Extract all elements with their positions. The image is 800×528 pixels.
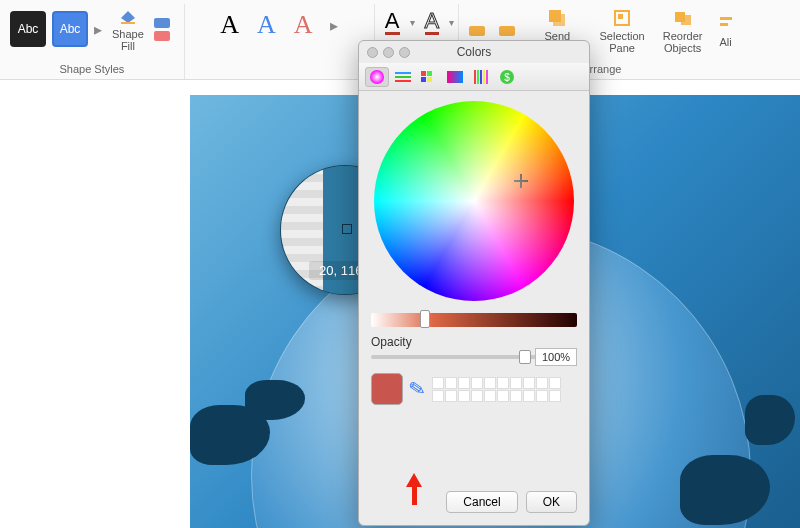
svg-rect-14 — [427, 71, 432, 76]
svg-rect-8 — [720, 23, 728, 26]
svg-rect-10 — [395, 72, 411, 74]
brightness-slider[interactable] — [371, 313, 577, 327]
chevron-down-icon[interactable]: ▾ — [449, 17, 454, 28]
group-wordart: A A A ▸ — [185, 4, 375, 79]
svg-rect-19 — [477, 70, 479, 84]
svg-rect-12 — [395, 80, 411, 82]
svg-rect-20 — [480, 70, 482, 84]
wordart-style-1[interactable]: A — [220, 10, 239, 40]
dialog-title: Colors — [359, 45, 589, 59]
tab-color-wheel[interactable] — [365, 67, 389, 87]
shape-style-swatch-1[interactable]: Abc — [10, 11, 46, 47]
shape-fill-label: Shape Fill — [112, 28, 144, 52]
svg-rect-17 — [447, 71, 463, 83]
svg-rect-7 — [720, 17, 732, 20]
tab-pencils[interactable] — [469, 67, 493, 87]
reorder-objects-button[interactable]: Reorder Objects — [659, 6, 707, 56]
send-backward-icon — [547, 8, 567, 28]
spectrum-icon — [447, 71, 463, 83]
tab-custom[interactable]: $ — [495, 67, 519, 87]
reorder-label: Reorder Objects — [663, 30, 703, 54]
opacity-input[interactable]: 100% — [535, 348, 577, 366]
align-button[interactable]: Ali — [717, 12, 735, 50]
chevron-right-icon[interactable]: ▸ — [94, 20, 102, 39]
color-picker-tabs: $ — [359, 63, 589, 91]
sliders-icon — [395, 71, 411, 83]
svg-rect-11 — [395, 76, 411, 78]
group-label-shape-styles: Shape Styles — [59, 63, 124, 79]
group-shape-styles: Abc Abc ▸ Shape Fill Shape Styles — [0, 4, 185, 79]
chevron-right-icon[interactable]: ▸ — [330, 16, 338, 35]
current-color-swatch[interactable] — [371, 373, 403, 405]
dialog-titlebar[interactable]: Colors — [359, 41, 589, 63]
shape-style-swatch-2[interactable]: Abc — [52, 11, 88, 47]
brightness-handle[interactable] — [420, 310, 430, 328]
color-wheel-crosshair[interactable] — [514, 174, 528, 188]
selection-pane-label: Selection Pane — [599, 30, 644, 54]
cancel-button[interactable]: Cancel — [446, 491, 517, 513]
opacity-slider[interactable]: 100% — [371, 355, 577, 359]
bucket-icon — [118, 6, 138, 26]
color-wheel-icon — [369, 69, 385, 85]
saved-colors-grid[interactable] — [432, 377, 561, 402]
eyedropper-icon[interactable]: ✎ — [407, 376, 428, 403]
font-fill-button[interactable]: A — [385, 10, 400, 35]
svg-rect-6 — [681, 15, 691, 25]
selection-pane-button[interactable]: Selection Pane — [595, 6, 648, 56]
tab-color-palettes[interactable] — [417, 67, 441, 87]
shape-fill-button[interactable]: Shape Fill — [108, 4, 148, 54]
svg-rect-13 — [421, 71, 426, 76]
svg-rect-2 — [553, 14, 565, 26]
annotation-arrow — [404, 473, 424, 505]
bring-forward-button[interactable] — [469, 26, 485, 36]
svg-rect-15 — [421, 77, 426, 82]
align-icon — [717, 14, 735, 34]
opacity-label: Opacity — [371, 335, 412, 349]
loupe-target-pixel — [342, 224, 352, 234]
colors-dialog: Colors $ Opacity 100% ✎ Cancel OK — [358, 40, 590, 526]
svg-rect-18 — [474, 70, 476, 84]
reorder-icon — [673, 8, 693, 28]
chevron-down-icon[interactable]: ▾ — [410, 17, 415, 28]
shape-outline-button[interactable] — [154, 18, 170, 41]
pencils-icon — [473, 70, 489, 84]
color-wheel[interactable] — [374, 101, 574, 301]
svg-rect-0 — [121, 22, 135, 24]
palette-icon — [421, 71, 437, 83]
ok-button[interactable]: OK — [526, 491, 577, 513]
wordart-style-2[interactable]: A — [257, 10, 276, 40]
align-label: Ali — [719, 36, 731, 48]
svg-rect-16 — [427, 77, 432, 82]
wordart-style-3[interactable]: A — [294, 10, 313, 40]
move-button[interactable] — [499, 26, 515, 36]
selection-pane-icon — [612, 8, 632, 28]
font-outline-button[interactable]: A — [425, 10, 440, 35]
svg-rect-21 — [483, 70, 485, 84]
tab-image-palettes[interactable] — [443, 67, 467, 87]
tab-color-sliders[interactable] — [391, 67, 415, 87]
svg-point-9 — [370, 70, 384, 84]
swap-icon: $ — [499, 69, 515, 85]
svg-text:$: $ — [504, 72, 510, 83]
svg-rect-22 — [486, 70, 488, 84]
opacity-handle[interactable] — [519, 350, 531, 364]
svg-rect-4 — [618, 14, 623, 19]
